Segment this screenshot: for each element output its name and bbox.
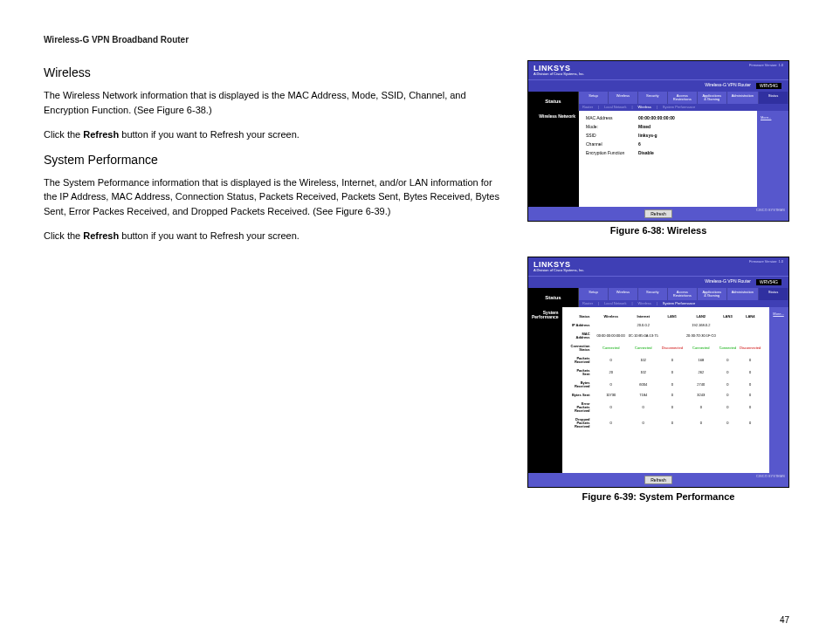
mode-value: Mixed (638, 125, 651, 129)
tab-apps[interactable]: Applications & Gaming (698, 288, 727, 300)
cell: 0 (660, 391, 685, 400)
status-sidebar-label: Status (528, 288, 579, 307)
more-link[interactable]: More... (773, 312, 783, 316)
main-tabs: Setup Wireless Security Access Restricti… (579, 288, 788, 300)
cell: 7184 (627, 391, 660, 400)
tab-status[interactable]: Status (759, 92, 788, 104)
subtab-local[interactable]: Local Network (604, 106, 626, 109)
sub-tabs: Router | Local Network | Wireless | Syst… (579, 300, 788, 307)
byr-label: Bytes Received (569, 379, 595, 391)
tab-admin[interactable]: Administration (727, 288, 759, 300)
tab-wireless[interactable]: Wireless (609, 92, 638, 104)
cell: 0 (718, 415, 738, 431)
col-lan2: LAN2 (685, 312, 718, 321)
firmware-version: Firmware Version: 1.0 (749, 260, 783, 264)
cisco-logo: CISCO SYSTEMS (756, 209, 785, 212)
cell: 0 (660, 379, 685, 391)
cell (718, 321, 738, 330)
router-header: LINKSYS A Division of Cisco Systems, Inc… (528, 61, 788, 79)
cell: Connected (627, 342, 660, 354)
cell: 0 (718, 354, 738, 367)
cell: 0 (595, 400, 627, 415)
footer-bar: Refresh CISCO SYSTEMS (528, 473, 788, 487)
tab-setup[interactable]: Setup (579, 288, 609, 300)
col-lan3: LAN3 (718, 312, 738, 321)
footer-bar: Refresh CISCO SYSTEMS (528, 207, 788, 221)
cell: Disconnected (660, 342, 685, 354)
product-name: Wireless-G VPN Router (705, 279, 751, 285)
cell: 20:30:7D:30:1F:C0 (685, 330, 718, 342)
cell: Connected (685, 342, 718, 354)
subtab-router[interactable]: Router (582, 106, 593, 109)
subtab-wireless[interactable]: Wireless (637, 106, 651, 109)
mac-value: 00:00:00:00:00:00 (638, 116, 675, 120)
cell: 0 (718, 367, 738, 379)
col-wireless: Wireless (595, 312, 627, 321)
cell: Disconnected (738, 342, 762, 354)
figure-6-38: LINKSYS A Division of Cisco Systems, Inc… (527, 60, 789, 222)
subtab-sysperf[interactable]: System Performance (663, 302, 695, 305)
cell: 0 (718, 391, 738, 400)
wireless-para-1: The Wireless Network information that is… (44, 88, 501, 117)
cell: 102 (627, 354, 660, 367)
tab-status[interactable]: Status (759, 288, 788, 300)
wireless-para-2: Click the Refresh button if you want to … (44, 127, 501, 142)
tab-access[interactable]: Access Restrictions (668, 92, 698, 104)
encryption-value: Disable (638, 151, 654, 155)
cell: 00:00:00:00:00:00 (595, 330, 627, 342)
tab-wireless[interactable]: Wireless (609, 288, 638, 300)
cell: 10730 (595, 391, 627, 400)
cell: 0 (627, 415, 660, 431)
cell (660, 330, 685, 342)
subtab-router[interactable]: Router (582, 302, 593, 305)
page-number: 47 (780, 615, 789, 625)
router-header: LINKSYS A Division of Cisco Systems, Inc… (528, 257, 788, 276)
sub-tabs: Router | Local Network | Wireless | Syst… (579, 104, 788, 111)
model-number: WRV54G (756, 279, 781, 285)
manual-header: Wireless-G VPN Broadband Router (44, 35, 789, 45)
tab-apps[interactable]: Applications & Gaming (698, 92, 727, 104)
cell: 0 (718, 379, 738, 391)
side-label-wireless: Wireless Network (528, 111, 579, 207)
ssid-value: linksys-g (638, 134, 657, 138)
tab-security[interactable]: Security (638, 288, 668, 300)
tab-setup[interactable]: Setup (579, 92, 609, 104)
firmware-version: Firmware Version: 1.0 (749, 64, 783, 67)
cell: 0 (660, 400, 685, 415)
sysperf-para-1: The System Peformance information that i… (44, 175, 501, 219)
mode-label: Mode: (586, 125, 638, 129)
left-column: Wireless The Wireless Network informatio… (44, 60, 501, 523)
sysperf-para-2: Click the Refresh button if you want to … (44, 229, 501, 243)
status-row-label: Status (569, 312, 595, 321)
cell: 0 (738, 379, 762, 391)
right-column: LINKSYS A Division of Cisco Systems, Inc… (527, 60, 789, 523)
pkts-label: Packets Sent (569, 367, 595, 379)
more-link[interactable]: More... (761, 116, 771, 120)
tab-security[interactable]: Security (638, 92, 668, 104)
bys-label: Bytes Sent (569, 391, 595, 400)
refresh-bold: Refresh (83, 230, 119, 241)
cell: 0 (595, 354, 627, 367)
refresh-button[interactable]: Refresh (644, 476, 672, 484)
tab-access[interactable]: Access Restrictions (668, 288, 698, 300)
main-tabs: Setup Wireless Security Access Restricti… (579, 92, 788, 104)
text: button if you want to Refresh your scree… (119, 129, 299, 140)
cell (718, 330, 738, 342)
cell: 20.0.0.2 (627, 321, 660, 330)
cell: 0 (595, 379, 627, 391)
product-name: Wireless-G VPN Router (705, 83, 751, 89)
cell: 168 (685, 354, 718, 367)
cell: Connected (718, 342, 738, 354)
cell (738, 321, 762, 330)
cell: 0 (660, 415, 685, 431)
refresh-button[interactable]: Refresh (644, 209, 672, 218)
subtab-wireless[interactable]: Wireless (637, 302, 651, 305)
cell: 0 (660, 367, 685, 379)
cell: 192.168.0.2 (685, 321, 718, 330)
subtab-local[interactable]: Local Network (604, 302, 626, 305)
tab-admin[interactable]: Administration (727, 92, 759, 104)
subtab-sysperf[interactable]: System Performance (663, 106, 695, 109)
cell: 2740 (685, 379, 718, 391)
help-column: More... (769, 307, 788, 473)
cell: 0 (738, 391, 762, 400)
